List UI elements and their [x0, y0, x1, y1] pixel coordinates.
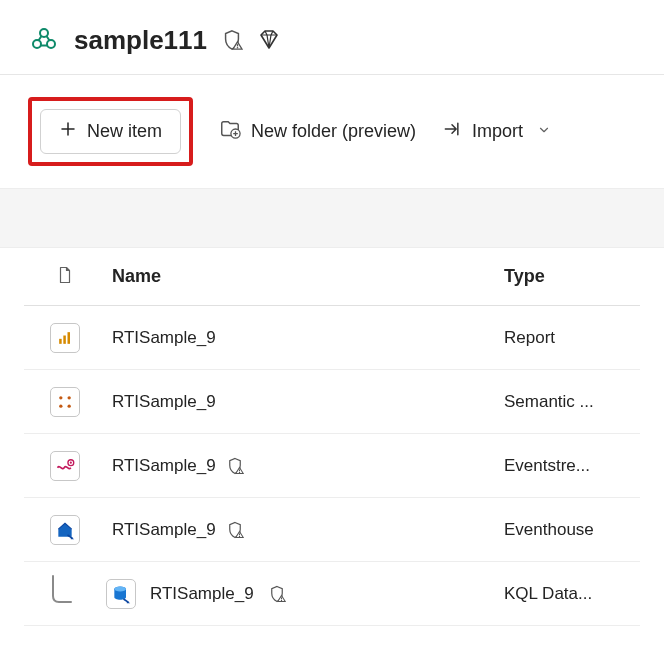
- workspace-title: sample111: [74, 25, 207, 56]
- item-type: Eventstre...: [504, 456, 634, 476]
- svg-point-21: [114, 586, 126, 591]
- table-row[interactable]: RTISample_9 KQL Data...: [24, 562, 640, 626]
- new-folder-button[interactable]: New folder (preview): [219, 118, 416, 145]
- svg-point-16: [238, 471, 239, 472]
- svg-point-14: [70, 461, 72, 463]
- new-item-button[interactable]: New item: [40, 109, 181, 154]
- item-type: Eventhouse: [504, 520, 634, 540]
- svg-rect-7: [63, 335, 66, 343]
- new-item-highlight: New item: [28, 97, 193, 166]
- table-row[interactable]: RTISample_9 Report: [24, 306, 640, 370]
- svg-point-9: [59, 396, 62, 399]
- semantic-model-icon: [50, 387, 80, 417]
- column-header-name[interactable]: Name: [112, 266, 492, 287]
- column-header-icon: [30, 264, 100, 290]
- import-label: Import: [472, 121, 523, 142]
- svg-point-19: [238, 535, 239, 536]
- table-row[interactable]: RTISample_9 Eventstre...: [24, 434, 640, 498]
- import-button[interactable]: Import: [442, 119, 551, 144]
- item-name[interactable]: RTISample_9: [112, 520, 216, 540]
- svg-point-0: [40, 29, 48, 37]
- svg-rect-8: [68, 332, 71, 344]
- svg-point-2: [47, 40, 55, 48]
- column-header-type[interactable]: Type: [504, 266, 634, 287]
- table-row[interactable]: RTISample_9 Eventhouse: [24, 498, 640, 562]
- report-icon: [50, 323, 80, 353]
- shield-alert-icon[interactable]: [226, 457, 244, 475]
- document-icon: [56, 264, 74, 290]
- item-name[interactable]: RTISample_9: [112, 328, 216, 348]
- diamond-icon[interactable]: [257, 28, 281, 52]
- eventhouse-icon: [50, 515, 80, 545]
- eventstream-icon: [50, 451, 80, 481]
- item-type: Semantic ...: [504, 392, 634, 412]
- chevron-down-icon: [537, 121, 551, 142]
- toolbar: New item New folder (preview) Import: [0, 75, 664, 188]
- workspace-group-icon: [28, 24, 60, 56]
- filter-bar: [0, 188, 664, 248]
- svg-marker-17: [71, 536, 74, 539]
- new-folder-label: New folder (preview): [251, 121, 416, 142]
- svg-rect-6: [59, 338, 62, 343]
- svg-marker-22: [127, 600, 130, 603]
- svg-point-4: [237, 47, 239, 49]
- item-name[interactable]: RTISample_9: [112, 392, 216, 412]
- item-type: Report: [504, 328, 634, 348]
- shield-alert-icon[interactable]: [221, 29, 243, 51]
- item-list: Name Type RTISample_9 Report RTISample_9: [0, 248, 664, 626]
- svg-point-12: [68, 404, 71, 407]
- svg-point-11: [59, 404, 62, 407]
- svg-point-24: [280, 599, 281, 600]
- table-row[interactable]: RTISample_9 Semantic ...: [24, 370, 640, 434]
- workspace-header: sample111: [0, 0, 664, 75]
- item-type: KQL Data...: [504, 584, 634, 604]
- svg-point-1: [33, 40, 41, 48]
- tree-connector: [24, 574, 94, 614]
- shield-alert-icon[interactable]: [268, 585, 286, 603]
- folder-plus-icon: [219, 118, 241, 145]
- new-item-label: New item: [87, 121, 162, 142]
- item-name[interactable]: RTISample_9: [112, 456, 216, 476]
- kql-database-icon: [106, 579, 136, 609]
- import-arrow-icon: [442, 119, 462, 144]
- item-name[interactable]: RTISample_9: [150, 584, 254, 604]
- shield-alert-icon[interactable]: [226, 521, 244, 539]
- svg-point-10: [68, 396, 71, 399]
- plus-icon: [59, 120, 77, 143]
- column-header-row: Name Type: [24, 248, 640, 306]
